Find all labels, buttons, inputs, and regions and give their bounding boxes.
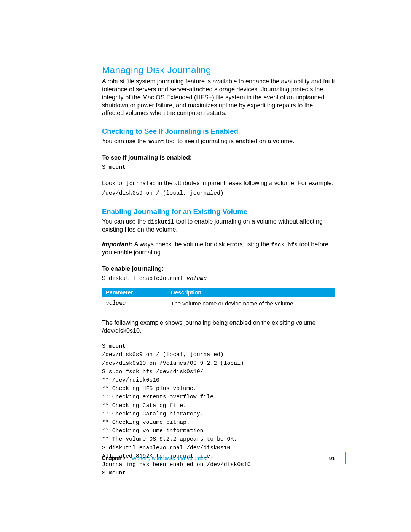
code-arg-volume: volume (186, 275, 207, 281)
heading-checking-journaling: Checking to See If Journaling is Enabled (102, 127, 335, 136)
table-cell-description: The volume name or device name of the vo… (167, 297, 335, 310)
step-heading-see-journaling: To see if journaling is enabled: (102, 153, 335, 161)
footer-page-number: 91 (329, 455, 335, 462)
intro-paragraph: A robust file system journaling feature … (102, 77, 335, 117)
inline-code-fsck-hfs: fsck_hfs (271, 242, 298, 248)
parameter-table: Parameter Description volume The volume … (102, 288, 335, 310)
heading-managing-disk-journaling: Managing Disk Journaling (102, 64, 335, 76)
text: You can use the (102, 218, 148, 225)
spacer (102, 336, 335, 341)
page-footer: Chapter 7 Working with Disks and Volumes… (102, 455, 335, 462)
table-row: volume The volume name or device name of… (102, 297, 335, 310)
spacer (102, 174, 335, 179)
table-header-parameter: Parameter (102, 288, 167, 297)
inline-code-mount: mount (148, 139, 164, 145)
body-text: You can use the diskutil tool to enable … (102, 217, 335, 233)
body-text: The following example shows journaling b… (102, 319, 335, 334)
heading-enabling-journaling: Enabling Journaling for an Existing Volu… (102, 207, 335, 216)
step-heading-enable-journaling: To enable journaling: (102, 265, 335, 273)
text: Always check the volume for disk errors … (134, 241, 271, 248)
body-text: You can use the mount tool to see if jou… (102, 137, 335, 145)
footer-accent-bar (345, 452, 346, 464)
text: $ diskutil enableJournal (102, 275, 186, 281)
code-mount: $ mount (102, 163, 335, 171)
document-page: Managing Disk Journaling A robust file s… (0, 0, 411, 532)
spacer (102, 313, 335, 319)
spacer (102, 235, 335, 240)
text: Look for (102, 179, 126, 186)
footer-chapter-name: Working with Disks and Volumes (132, 455, 206, 461)
table-header-description: Description (167, 288, 335, 297)
code-example-mount-output: /dev/disk0s9 on / (local, journaled) (102, 189, 335, 197)
important-note: Important: Always check the volume for d… (102, 240, 335, 256)
body-text: Look for journaled in the attributes in … (102, 179, 335, 187)
inline-code-journaled: journaled (126, 181, 156, 187)
text: You can use the (102, 137, 148, 144)
code-enable-journal: $ diskutil enableJournal volume (102, 274, 335, 283)
important-label: Important: (102, 241, 134, 248)
footer-chapter-number: Chapter 7 (102, 455, 126, 461)
text: in the attributes in parentheses followi… (156, 179, 333, 186)
inline-code-diskutil: diskutil (148, 219, 174, 225)
table-cell-parameter: volume (102, 297, 167, 310)
text: tool to see if journaling is enabled on … (164, 137, 295, 144)
